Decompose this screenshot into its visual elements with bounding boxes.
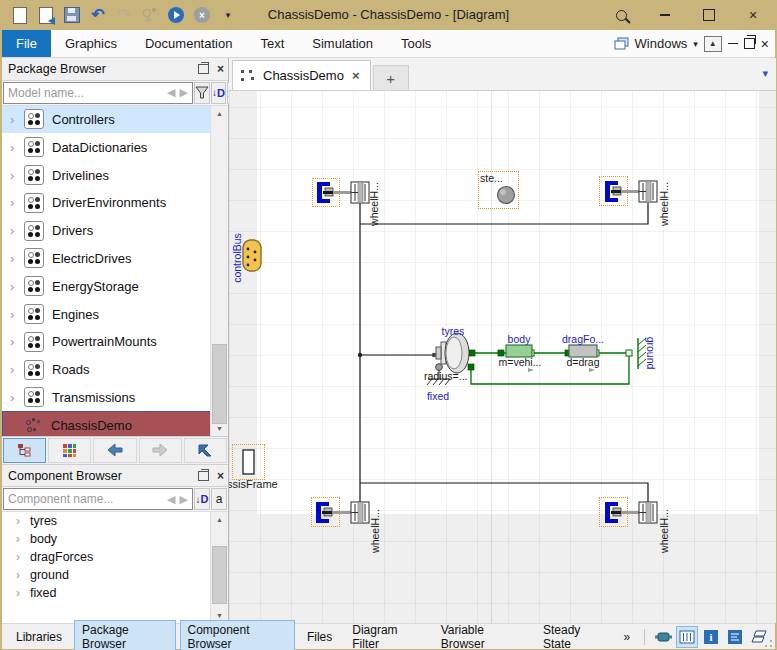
tab-list-dropdown-icon[interactable]: ▾ <box>762 67 768 80</box>
statusbar-package-browser[interactable]: Package Browser <box>74 620 175 650</box>
package-tree-scrollbar[interactable]: ▲ ▼ <box>210 106 228 436</box>
scroll-up-icon[interactable]: ▲ <box>211 106 228 121</box>
maximize-button[interactable] <box>687 0 731 30</box>
mechanics-connections[interactable] <box>471 353 629 384</box>
selection-box-wheel-front-right[interactable] <box>599 176 628 206</box>
resize-grip[interactable] <box>760 635 772 647</box>
package-item-chassisdemo-selected[interactable]: ChassisDemo <box>2 411 228 436</box>
cascade-windows-icon[interactable] <box>614 37 629 50</box>
package-item-engines[interactable]: ›Engines <box>2 300 228 328</box>
back-button[interactable] <box>93 438 136 463</box>
package-icon <box>24 304 44 324</box>
search-forward-icon[interactable]: ▶ <box>177 493 189 506</box>
menu-documentation[interactable]: Documentation <box>131 30 246 57</box>
statusbar-component-browser[interactable]: Component Browser <box>180 620 295 650</box>
component-controlbus[interactable] <box>243 240 261 271</box>
chevron-down-icon[interactable]: ▾ <box>693 39 698 49</box>
component-item-dragforces[interactable]: ›dragForces <box>2 548 228 566</box>
package-item-electricdrives[interactable]: ›ElectricDrives <box>2 245 228 273</box>
close-button[interactable]: × <box>731 0 775 30</box>
float-panel-icon[interactable] <box>198 64 209 74</box>
close-panel-icon[interactable]: × <box>217 471 224 481</box>
statusbar-steady-state[interactable]: Steady State <box>535 620 613 650</box>
stop-simulation-button[interactable]: × <box>192 5 212 25</box>
filter-button[interactable] <box>194 82 210 104</box>
package-item-roads[interactable]: ›Roads <box>2 356 228 384</box>
selection-box-chassisframe[interactable] <box>232 444 265 480</box>
mdi-close-button[interactable]: × <box>761 37 769 51</box>
statusbar-diagram-filter[interactable]: Diagram Filter <box>344 620 428 650</box>
search-back-icon[interactable]: ◀ <box>165 86 177 99</box>
tree-view-button[interactable] <box>3 438 46 463</box>
toolbar-overflow-button[interactable]: ▾ <box>218 5 238 25</box>
selection-box-wheel-front-left[interactable] <box>312 178 340 207</box>
go-to-parent-button[interactable] <box>184 438 227 463</box>
package-item-transmissions[interactable]: ›Transmissions <box>2 384 228 412</box>
alphabetical-button[interactable]: a <box>211 488 227 510</box>
close-panel-icon[interactable]: × <box>217 64 224 74</box>
selection-box-wheel-rear-left[interactable] <box>311 497 340 527</box>
statusbar-files[interactable]: Files <box>299 627 340 647</box>
menu-simulation[interactable]: Simulation <box>298 30 387 57</box>
statusbar-variable-browser[interactable]: Variable Browser <box>433 620 531 650</box>
windows-menu[interactable]: Windows <box>635 36 688 51</box>
component-item-label: ground <box>30 568 69 582</box>
component-item-body[interactable]: ›body <box>2 530 228 548</box>
forward-button[interactable] <box>139 438 182 463</box>
mdi-minimize-button[interactable] <box>728 43 738 45</box>
search-back-icon[interactable]: ◀ <box>165 493 177 506</box>
menu-text[interactable]: Text <box>246 30 298 57</box>
search-forward-icon[interactable]: ▶ <box>177 86 189 99</box>
package-item-drivers[interactable]: ›Drivers <box>2 217 228 245</box>
package-icon <box>24 137 44 157</box>
selection-box-wheel-rear-right[interactable] <box>599 497 628 527</box>
component-item-ground[interactable]: ›ground <box>2 566 228 584</box>
package-item-datadictionaries[interactable]: ›DataDictionaries <box>2 133 228 161</box>
tab-chassisdemo[interactable]: ChassisDemo × <box>232 60 371 90</box>
package-item-powertrainmounts[interactable]: ›PowertrainMounts <box>2 328 228 356</box>
component-item-fixed[interactable]: ›fixed <box>2 584 228 602</box>
diagram-view-button[interactable] <box>676 626 698 648</box>
component-item-tyres[interactable]: ›tyres <box>2 512 228 530</box>
component-list-scrollbar[interactable]: ▲ ▼ <box>210 512 228 623</box>
sort-button[interactable]: ↓D <box>211 82 226 104</box>
mdi-restore-button[interactable] <box>744 38 755 49</box>
text-view-button[interactable] <box>724 626 746 648</box>
new-file-button[interactable] <box>10 5 30 25</box>
tab-close-icon[interactable]: × <box>352 68 360 83</box>
search-button[interactable] <box>599 0 643 30</box>
scrollbar-thumb[interactable] <box>212 344 227 424</box>
documentation-view-button[interactable]: i <box>700 626 722 648</box>
package-item-driverenvironments[interactable]: ›DriverEnvironments <box>2 189 228 217</box>
scroll-down-icon[interactable]: ▼ <box>211 421 228 436</box>
sort-button[interactable]: ↓D <box>194 488 210 510</box>
redo-button[interactable]: ↷ <box>114 5 134 25</box>
save-button[interactable] <box>62 5 82 25</box>
promote-window-icon[interactable]: ▲ <box>704 36 722 52</box>
scroll-up-icon[interactable]: ▲ <box>211 512 228 527</box>
connections-button[interactable] <box>140 5 160 25</box>
model-search-input[interactable] <box>6 85 165 101</box>
new-tab-button[interactable]: + <box>373 65 409 90</box>
scrollbar-thumb[interactable] <box>212 546 227 604</box>
package-item-energystorage[interactable]: ›EnergyStorage <box>2 272 228 300</box>
menu-graphics[interactable]: Graphics <box>51 30 131 57</box>
undo-button[interactable]: ↶ <box>88 5 108 25</box>
open-file-button[interactable] <box>36 5 56 25</box>
icon-view-button[interactable] <box>652 626 674 648</box>
component-browser-header: Component Browser × <box>2 465 228 488</box>
connection-loop-to-ground[interactable] <box>471 356 629 384</box>
statusbar-libraries[interactable]: Libraries <box>8 627 70 647</box>
run-simulation-button[interactable] <box>166 5 186 25</box>
menu-file[interactable]: File <box>2 30 51 57</box>
float-panel-icon[interactable] <box>198 471 209 481</box>
menu-bar: File Graphics Documentation Text Simulat… <box>2 30 775 58</box>
component-search-input[interactable] <box>6 491 165 507</box>
minimize-button[interactable] <box>643 0 687 30</box>
diagram-canvas[interactable]: wheelH... wheelH... wheelH... wheelH... … <box>229 91 776 623</box>
package-item-controllers[interactable]: ›Controllers <box>2 106 228 134</box>
menu-tools[interactable]: Tools <box>387 30 445 57</box>
package-item-drivelines[interactable]: ›Drivelines <box>2 161 228 189</box>
statusbar-overflow-icon[interactable]: » <box>615 630 638 644</box>
icon-view-button[interactable] <box>48 438 91 463</box>
